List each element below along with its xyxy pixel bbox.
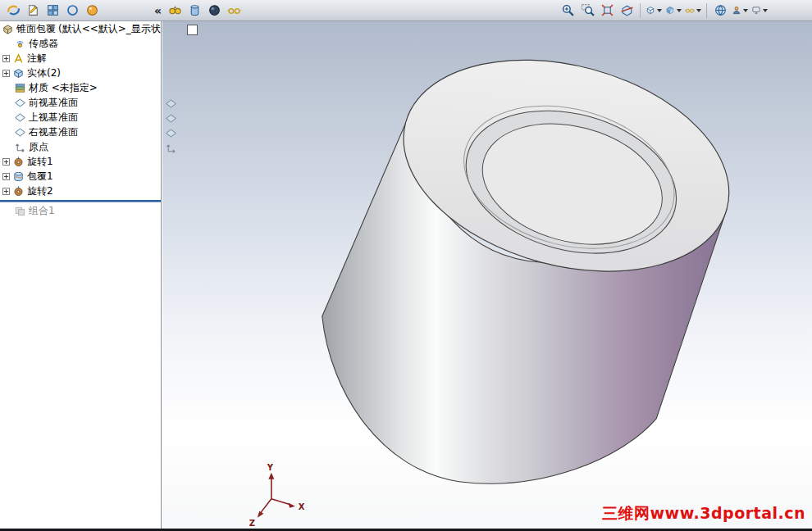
viewport-corner-box xyxy=(187,25,198,35)
tree-item-label: 右视基准面 xyxy=(29,125,78,139)
tree-item-sensors[interactable]: 传感器 xyxy=(0,36,161,51)
binoculars-icon[interactable] xyxy=(166,2,184,20)
sketch-page-icon[interactable] xyxy=(24,2,42,20)
dropdown-caret-icon xyxy=(657,9,662,12)
tree-item-label: 包覆1 xyxy=(27,170,53,184)
view-orientation-icon[interactable] xyxy=(645,2,663,20)
part-title: 锥面包覆 xyxy=(16,22,56,36)
expand-toggle[interactable] xyxy=(2,173,10,180)
tree-item-label: 传感器 xyxy=(29,37,58,51)
triad-x-label: X xyxy=(299,502,305,511)
material-icon xyxy=(14,82,26,94)
circle-tool-icon[interactable] xyxy=(63,2,81,20)
app-window: « 锥面包覆 (默认<<默认>_显示状... 传感器 xyxy=(0,0,812,531)
plane-icon xyxy=(14,97,26,109)
feature-manager-panel: 锥面包覆 (默认<<默认>_显示状... 传感器 注解 实体(2) 材质 <未指… xyxy=(0,21,162,531)
tree-item-annotations[interactable]: 注解 xyxy=(0,51,161,66)
blocks-grid-icon[interactable] xyxy=(43,2,62,20)
wrap-icon xyxy=(12,170,25,183)
part-title-row[interactable]: 锥面包覆 (默认<<默认>_显示状... xyxy=(0,21,161,36)
toolbar-separator xyxy=(706,3,707,18)
solid-bodies-icon xyxy=(12,67,25,79)
dropdown-caret-icon xyxy=(743,9,748,12)
triad-z-label: Z xyxy=(249,519,255,528)
expand-toggle[interactable] xyxy=(2,188,10,195)
edit-appearance-icon[interactable] xyxy=(731,2,749,20)
tree-item-right-plane[interactable]: 右视基准面 xyxy=(0,125,161,139)
flyout-feature-tree xyxy=(165,98,177,154)
expand-toggle[interactable] xyxy=(2,70,10,77)
tree-item-wrap1[interactable]: 包覆1 xyxy=(0,169,161,184)
zoom-in-icon[interactable] xyxy=(559,2,577,20)
tree-item-top-plane[interactable]: 上视基准面 xyxy=(0,110,161,125)
combine-icon xyxy=(14,205,26,217)
triad-y-label: Y xyxy=(267,463,274,472)
origin-icon[interactable] xyxy=(165,142,177,154)
plane-icon xyxy=(14,126,26,138)
annotations-icon xyxy=(12,52,25,65)
dark-sphere-icon[interactable] xyxy=(205,2,223,20)
display-style-icon[interactable] xyxy=(664,2,682,20)
expand-toggle[interactable] xyxy=(2,55,10,62)
dropdown-caret-icon xyxy=(677,9,682,12)
plane-icon[interactable] xyxy=(165,127,177,139)
tree-item-label: 实体(2) xyxy=(27,66,61,80)
toolbar-separator xyxy=(640,3,641,18)
tree-item-combine1[interactable]: 组合1 xyxy=(0,203,161,218)
part-display-state: (默认<<默认>_显示状... xyxy=(58,22,161,36)
orientation-triad[interactable]: Y X Z xyxy=(249,463,305,528)
apply-scene-icon[interactable] xyxy=(711,2,729,20)
tree-item-label: 旋转1 xyxy=(27,155,53,169)
tree-item-label: 前视基准面 xyxy=(29,96,78,110)
cylinder-icon[interactable] xyxy=(185,2,203,20)
tree-item-label: 上视基准面 xyxy=(29,111,78,125)
revolve-icon xyxy=(12,185,25,197)
tree-item-front-plane[interactable]: 前视基准面 xyxy=(0,95,161,110)
render-ball-icon[interactable] xyxy=(83,2,101,20)
plane-icon[interactable] xyxy=(165,112,177,125)
rollback-bar[interactable] xyxy=(0,200,161,202)
section-view-icon[interactable] xyxy=(618,2,636,20)
tree-item-origin[interactable]: 原点 xyxy=(0,139,161,154)
hide-show-items-icon[interactable] xyxy=(684,2,702,20)
zoom-fit-icon[interactable] xyxy=(598,2,616,20)
zoom-area-icon[interactable] xyxy=(578,2,596,20)
collapse-panel-button[interactable]: « xyxy=(151,4,165,17)
origin-icon xyxy=(14,141,26,153)
tree-item-revolve1[interactable]: 旋转1 xyxy=(0,154,161,169)
tree-item-revolve2[interactable]: 旋转2 xyxy=(0,184,161,198)
tree-item-label: 注解 xyxy=(27,52,47,66)
tree-item-label: 材质 <未指定> xyxy=(29,81,98,95)
top-toolbar: « xyxy=(0,0,812,21)
tree-item-label: 原点 xyxy=(29,140,48,154)
tree-item-label: 旋转2 xyxy=(27,184,53,198)
tree-item-solid-bodies[interactable]: 实体(2) xyxy=(0,66,161,80)
tree-item-label: 组合1 xyxy=(29,204,55,218)
revolve-icon xyxy=(12,156,25,168)
graphics-viewport[interactable]: Y X Z 三维网www.3dportal.cn xyxy=(162,21,812,531)
tree-item-material[interactable]: 材质 <未指定> xyxy=(0,80,161,95)
watermark-text: 三维网www.3dportal.cn xyxy=(602,503,805,524)
sensors-icon xyxy=(14,38,26,50)
expand-toggle[interactable] xyxy=(2,158,10,166)
part-icon xyxy=(2,23,14,35)
dropdown-caret-icon xyxy=(763,9,768,12)
cone-model[interactable]: Y X Z xyxy=(162,21,812,531)
plane-icon xyxy=(14,111,26,124)
plane-icon[interactable] xyxy=(165,98,177,110)
features-icon[interactable] xyxy=(4,2,22,20)
view-settings-icon[interactable] xyxy=(750,2,769,20)
glasses-icon[interactable] xyxy=(225,2,243,20)
dropdown-caret-icon xyxy=(696,9,701,12)
